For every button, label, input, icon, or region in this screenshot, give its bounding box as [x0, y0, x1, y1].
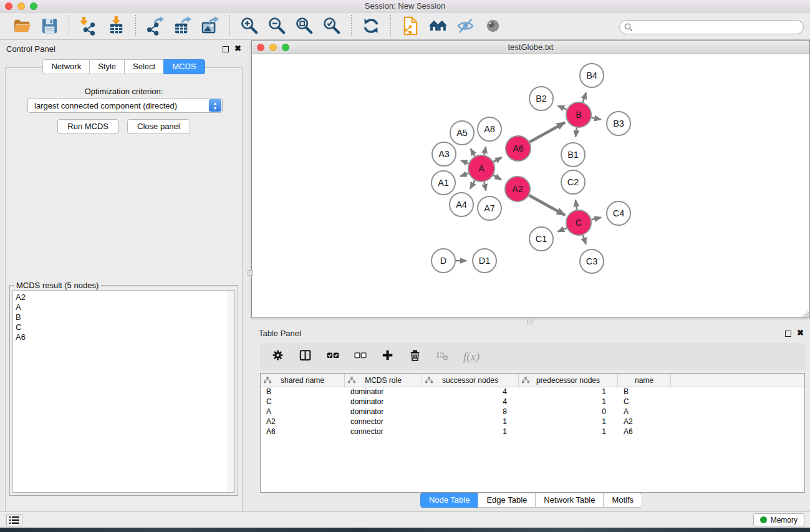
- cell-successor-nodes[interactable]: 4: [422, 397, 519, 407]
- cell-name[interactable]: A: [618, 407, 671, 417]
- node-A7[interactable]: A7: [478, 196, 501, 220]
- edge-B-B3[interactable]: [592, 117, 601, 119]
- cell-MCDS-role[interactable]: connector: [345, 417, 422, 427]
- search-input[interactable]: [634, 22, 803, 33]
- node-C1[interactable]: C1: [529, 227, 553, 251]
- import-network-icon[interactable]: [77, 15, 100, 37]
- node-A[interactable]: A: [468, 155, 494, 181]
- edge-A-A2[interactable]: [493, 175, 501, 180]
- result-list-item[interactable]: A6: [16, 332, 234, 342]
- cell-MCDS-role[interactable]: dominator: [345, 397, 422, 407]
- node-B4[interactable]: B4: [580, 64, 604, 87]
- edge-A6-B[interactable]: [529, 122, 565, 142]
- edge-B-B2[interactable]: [558, 106, 567, 110]
- node-C2[interactable]: C2: [561, 170, 585, 194]
- deselect-all-icon[interactable]: [352, 347, 371, 366]
- edge-A-A6[interactable]: [493, 157, 501, 162]
- tab-node-table[interactable]: Node Table: [420, 493, 479, 508]
- hide-selected-icon[interactable]: [453, 15, 477, 37]
- cell-name[interactable]: A6: [618, 427, 671, 437]
- task-history-button[interactable]: [6, 514, 22, 526]
- table-row[interactable]: A6connector11A6: [261, 427, 804, 437]
- run-mcds-button[interactable]: Run MCDS: [57, 119, 118, 134]
- node-B1[interactable]: B1: [561, 143, 585, 167]
- edge-A-A7[interactable]: [484, 182, 486, 191]
- vertical-divider-grip[interactable]: [248, 270, 253, 276]
- edge-C-C4[interactable]: [591, 218, 600, 220]
- cell-MCDS-role[interactable]: connector: [345, 427, 422, 437]
- cell-predecessor-nodes[interactable]: 0: [519, 407, 618, 417]
- edge-A-A4[interactable]: [470, 180, 475, 188]
- show-columns-icon[interactable]: [297, 347, 316, 366]
- node-D[interactable]: D: [432, 249, 455, 273]
- node-table[interactable]: shared nameMCDS rolesuccessor nodesprede…: [260, 373, 805, 493]
- zoom-window-icon[interactable]: [30, 2, 37, 10]
- column-header-successor-nodes[interactable]: successor nodes: [422, 374, 519, 387]
- cell-successor-nodes[interactable]: 1: [422, 417, 519, 427]
- edge-A-A3[interactable]: [461, 160, 468, 163]
- cell-predecessor-nodes[interactable]: 1: [519, 427, 618, 437]
- cell-shared-name[interactable]: A2: [261, 417, 345, 427]
- zoom-selected-icon[interactable]: [320, 15, 344, 37]
- table-row[interactable]: Cdominator41C: [261, 397, 804, 407]
- cell-shared-name[interactable]: A6: [261, 427, 345, 437]
- edge-A-A8[interactable]: [484, 147, 486, 155]
- tab-edge-table[interactable]: Edge Table: [478, 493, 536, 508]
- export-network-icon[interactable]: [143, 15, 167, 37]
- close-window-icon[interactable]: [5, 2, 12, 10]
- node-C4[interactable]: C4: [607, 201, 630, 225]
- cell-predecessor-nodes[interactable]: 1: [519, 397, 618, 407]
- refresh-icon[interactable]: [359, 15, 383, 37]
- horizontal-divider-grip[interactable]: [527, 319, 533, 324]
- table-row[interactable]: Bdominator41B: [261, 387, 804, 397]
- column-header-MCDS-role[interactable]: MCDS role: [345, 374, 422, 387]
- node-B2[interactable]: B2: [529, 87, 553, 110]
- result-list-item[interactable]: A: [16, 302, 234, 312]
- add-column-icon[interactable]: [380, 347, 398, 366]
- node-A6[interactable]: A6: [506, 136, 531, 161]
- first-neighbors-icon[interactable]: [426, 15, 450, 37]
- optimization-criterion-select[interactable]: largest connected component (directed) ▲…: [27, 98, 223, 113]
- save-session-icon[interactable]: [37, 15, 61, 37]
- import-table-icon[interactable]: [104, 15, 128, 37]
- node-A4[interactable]: A4: [450, 193, 473, 216]
- node-B[interactable]: B: [566, 102, 591, 127]
- network-minimize-icon[interactable]: [269, 44, 277, 51]
- tab-style[interactable]: Style: [89, 59, 125, 74]
- export-image-icon[interactable]: [198, 15, 222, 37]
- network-zoom-icon[interactable]: [282, 44, 289, 51]
- result-list-item[interactable]: B: [16, 312, 234, 322]
- result-list-item[interactable]: C: [16, 322, 234, 332]
- memory-button[interactable]: Memory: [753, 513, 804, 526]
- table-row[interactable]: Adominator80A: [261, 407, 804, 417]
- mcds-result-list[interactable]: A2ABCA6: [12, 290, 235, 493]
- table-row[interactable]: A2connector11A2: [261, 417, 804, 427]
- float-table-panel-icon[interactable]: [785, 331, 791, 337]
- zoom-fit-icon[interactable]: [292, 15, 316, 37]
- cell-shared-name[interactable]: A: [261, 407, 345, 417]
- tab-network-table[interactable]: Network Table: [535, 493, 604, 508]
- edge-B-B1[interactable]: [576, 128, 577, 137]
- zoom-in-icon[interactable]: [238, 15, 261, 37]
- cell-successor-nodes[interactable]: 8: [422, 407, 519, 417]
- traffic-lights[interactable]: [5, 2, 37, 10]
- cell-successor-nodes[interactable]: 1: [422, 427, 519, 437]
- edge-A-A5[interactable]: [471, 148, 475, 156]
- node-D1[interactable]: D1: [473, 249, 496, 273]
- edge-C-C3[interactable]: [583, 235, 586, 244]
- node-B3[interactable]: B3: [607, 112, 630, 135]
- cell-name[interactable]: C: [618, 397, 671, 407]
- cell-successor-nodes[interactable]: 4: [422, 387, 519, 397]
- float-panel-icon[interactable]: [223, 46, 229, 52]
- node-A8[interactable]: A8: [478, 117, 501, 141]
- column-header-predecessor-nodes[interactable]: predecessor nodes: [519, 374, 618, 387]
- cell-predecessor-nodes[interactable]: 1: [519, 387, 618, 397]
- cell-name[interactable]: B: [618, 387, 671, 397]
- tab-select[interactable]: Select: [124, 59, 164, 74]
- node-A2[interactable]: A2: [505, 177, 530, 201]
- close-panel-icon[interactable]: ✖: [234, 44, 241, 53]
- cell-shared-name[interactable]: B: [261, 387, 345, 397]
- table-settings-icon[interactable]: [270, 347, 289, 366]
- edge-C-C2[interactable]: [576, 200, 577, 210]
- tab-network[interactable]: Network: [42, 59, 90, 74]
